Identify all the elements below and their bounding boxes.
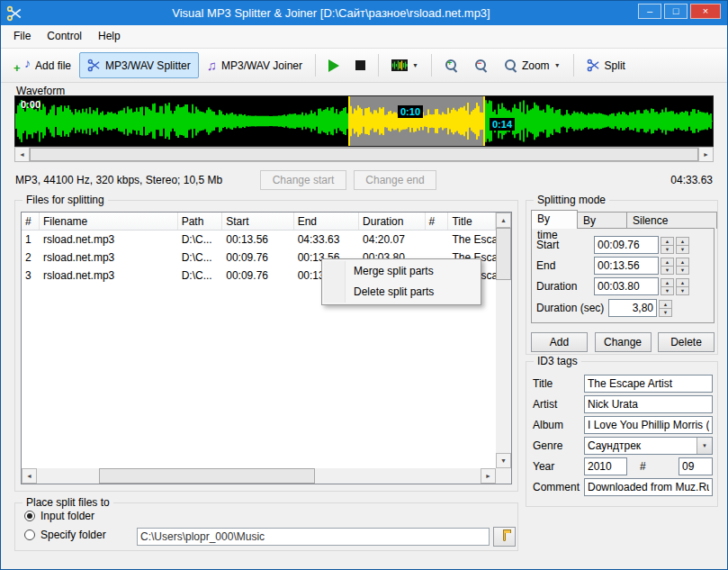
start-time-input[interactable] [594, 236, 659, 254]
album-field-label: Album [533, 419, 584, 431]
year-input[interactable] [584, 457, 627, 475]
title-input[interactable] [584, 375, 713, 393]
comment-input[interactable] [584, 478, 713, 496]
table-row[interactable]: 1 rsload.net.mp3 D:\C... 00:13.56 04:33.… [22, 231, 496, 249]
id3-tags-label: ID3 tags [534, 355, 581, 367]
scrollbar-corner [496, 468, 511, 484]
close-icon: × [703, 6, 708, 16]
radio-specify-folder[interactable] [24, 529, 35, 540]
start-min-spinner [661, 237, 674, 254]
column-header-num[interactable]: # [22, 213, 40, 230]
tab-by-parts[interactable]: By parts [577, 212, 627, 229]
stop-button[interactable] [347, 52, 373, 78]
spin-down-button[interactable] [661, 286, 674, 295]
column-header-title[interactable]: Title [448, 213, 496, 230]
change-start-button[interactable]: Change start [260, 170, 346, 190]
input-folder-option[interactable]: Input folder [24, 510, 94, 522]
artist-input[interactable] [584, 395, 713, 413]
radio-input-folder[interactable] [24, 511, 35, 521]
title-bar[interactable]: Visual MP3 Splitter & Joiner [D:\Сайт\ра… [1, 1, 727, 25]
splitter-mode-button[interactable]: MP3/WAV Splitter [79, 52, 199, 78]
specify-folder-option[interactable]: Specify folder [24, 529, 106, 541]
horizontal-scrollbar[interactable]: ◄ ► [22, 468, 496, 484]
end-time-input[interactable] [594, 257, 659, 275]
tab-silence-detection[interactable]: Silence detection [626, 212, 717, 229]
waveform-display[interactable]: 0:00 0:10 0:14 [14, 95, 714, 147]
place-split-files-group: Place split files to Input folder Specif… [14, 502, 518, 551]
toolbar: ♪+ Add file MP3/WAV Splitter ♫ MP3/WAV J… [1, 49, 727, 83]
scroll-right-button[interactable]: ► [481, 468, 496, 484]
files-list-header: # Filename Path Start End Duration # Tit… [22, 213, 496, 231]
change-end-button[interactable]: Change end [354, 170, 436, 190]
waveform-start-time: 0:00 [21, 99, 40, 110]
change-part-button[interactable]: Change [595, 332, 652, 352]
scroll-left-button[interactable]: ◄ [22, 468, 37, 484]
scrollbar-thumb[interactable] [496, 228, 511, 280]
add-file-button[interactable]: ♪+ Add file [6, 52, 79, 78]
spin-down-button[interactable] [661, 245, 674, 254]
add-part-button[interactable]: Add [531, 332, 588, 352]
duration-min-spinner [661, 278, 674, 295]
app-icon [6, 5, 22, 22]
output-folder-input[interactable] [137, 528, 490, 546]
scrollbar-thumb[interactable] [30, 148, 698, 161]
delete-part-button[interactable]: Delete [658, 332, 715, 352]
scroll-left-button[interactable]: ◄ [14, 147, 30, 162]
column-header-track[interactable]: # [426, 213, 449, 230]
add-file-icon: ♪+ [14, 58, 31, 73]
scrollbar-track[interactable] [30, 147, 698, 162]
cell-filename: rsload.net.mp3 [40, 233, 178, 246]
waveform-view-button[interactable]: ▼ [383, 52, 427, 78]
zoom-menu-button[interactable]: Zoom ▼ [496, 52, 569, 78]
zoom-out-button[interactable]: − [466, 52, 496, 78]
end-min-spinner [661, 258, 674, 275]
duration-time-input[interactable] [594, 277, 659, 295]
track-number-input[interactable] [679, 457, 713, 475]
duration-seconds-input[interactable] [608, 299, 657, 317]
genre-combobox[interactable]: Саундтрек [584, 437, 713, 455]
spin-down-button[interactable] [676, 245, 689, 254]
column-header-start[interactable]: Start [222, 213, 293, 230]
play-button[interactable] [320, 52, 347, 78]
spin-down-button[interactable] [661, 266, 674, 275]
maximize-button[interactable]: □ [664, 4, 688, 19]
split-button[interactable]: Split [579, 52, 634, 78]
column-header-duration[interactable]: Duration [359, 213, 425, 230]
menu-bar: File Control Help [1, 25, 727, 49]
combo-dropdown-button[interactable] [697, 438, 712, 454]
column-header-filename[interactable]: Filename [40, 213, 178, 230]
menu-file[interactable]: File [5, 25, 39, 48]
menu-item-delete-split-parts[interactable]: Delete split parts [324, 282, 479, 303]
tab-by-time[interactable]: By time [531, 210, 578, 229]
column-header-path[interactable]: Path [178, 213, 223, 230]
year-field-label: Year [533, 460, 584, 473]
scrollbar-thumb[interactable] [99, 468, 315, 484]
by-time-tab-panel: Start End Duration Duration (sec) [531, 228, 715, 323]
toolbar-separator [378, 54, 379, 77]
spin-down-button[interactable] [659, 308, 672, 317]
cell-title: The Esca... [448, 233, 496, 246]
scroll-right-button[interactable]: ► [698, 147, 714, 162]
vertical-scrollbar[interactable]: ▲ ▼ [496, 213, 511, 468]
cell-start: 00:09.76 [222, 251, 293, 264]
selection-start-time-label: 0:10 [398, 105, 423, 118]
arrow-up-icon: ▲ [500, 217, 507, 223]
zoom-in-button[interactable]: + [436, 52, 466, 78]
menu-item-merge-split-parts[interactable]: Merge split parts [324, 261, 479, 282]
genre-value: Саундтрек [588, 439, 641, 452]
scroll-up-button[interactable]: ▲ [496, 213, 511, 228]
waveform-scrollbar[interactable]: ◄ ► [14, 147, 714, 162]
browse-folder-button[interactable] [493, 527, 516, 547]
album-input[interactable] [584, 416, 713, 434]
waveform-canvas[interactable] [15, 96, 713, 146]
column-header-end[interactable]: End [294, 213, 359, 230]
menu-help[interactable]: Help [90, 25, 129, 48]
minimize-button[interactable]: – [638, 4, 661, 19]
scroll-down-button[interactable]: ▼ [496, 453, 511, 468]
close-button[interactable]: × [690, 4, 721, 19]
spin-down-button[interactable] [676, 266, 689, 275]
cell-start: 00:09.76 [222, 269, 293, 282]
joiner-mode-button[interactable]: ♫ MP3/WAV Joiner [199, 52, 310, 78]
spin-down-button[interactable] [676, 286, 689, 295]
menu-control[interactable]: Control [39, 25, 90, 48]
